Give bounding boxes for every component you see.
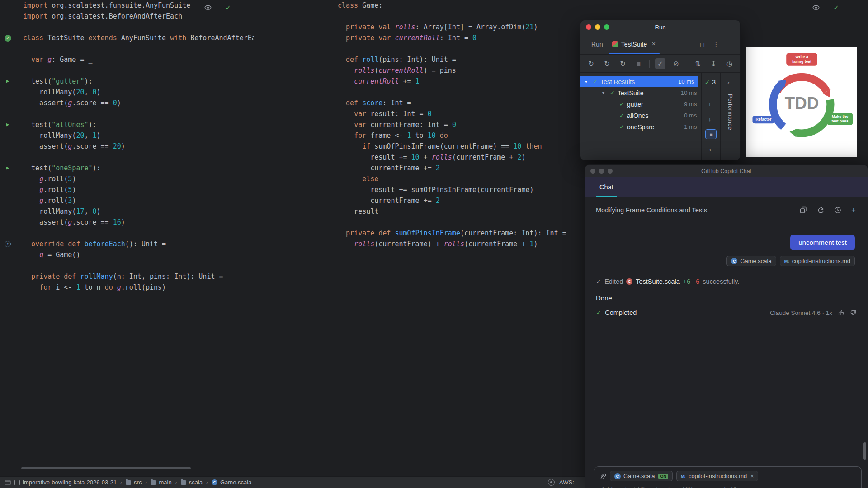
tab-run[interactable]: Run <box>587 34 608 54</box>
code-line: for i <- 1 to n do g.roll(pins) <box>0 282 253 293</box>
test-tree-row[interactable]: ▾✓Test Results10 ms <box>580 76 698 87</box>
close-window-button[interactable] <box>586 24 591 30</box>
chevron-down-icon[interactable]: ▾ <box>585 79 590 84</box>
assistant-message: Done. <box>585 285 868 302</box>
test-tree-row[interactable]: ✓allOnes0 ms <box>580 110 701 121</box>
window-titlebar[interactable]: Run <box>580 20 740 34</box>
breadcrumb-item[interactable]: CGame.scala <box>212 479 251 486</box>
collapse-icon[interactable]: ‹ <box>727 79 730 86</box>
code-line: import org.scalatest.BeforeAndAfterEach <box>0 11 253 22</box>
test-tree-row[interactable]: ✓gutter9 ms <box>580 99 701 110</box>
breadcrumb: imperative-bowling-kata-2026-03-21›src›m… <box>14 479 251 486</box>
code-line <box>0 228 253 239</box>
more-options-icon[interactable]: ⋮ <box>713 41 719 48</box>
breadcrumb-item[interactable]: scala <box>181 479 203 486</box>
code-line: private def rollMany(n: Int, pins: Int):… <box>0 271 253 282</box>
horizontal-scrollbar[interactable] <box>21 467 191 469</box>
thumbs-down-icon[interactable] <box>850 310 857 316</box>
scala-file-icon: C <box>212 479 217 485</box>
breadcrumb-item[interactable]: src <box>126 479 142 486</box>
tab-label: TestSuite <box>621 41 647 48</box>
check-icon: ✓ <box>596 278 601 285</box>
show-ignored-icon[interactable]: ⊘ <box>671 58 681 69</box>
context-chip[interactable]: CGame.scalaON <box>610 471 673 481</box>
inspection-eye-icon[interactable] <box>204 4 212 11</box>
sort-by-duration-icon[interactable]: ⇅ <box>693 58 703 69</box>
copy-thread-icon[interactable] <box>800 206 807 214</box>
scala-class-icon: C <box>614 473 621 479</box>
scala-test-file-icon: C <box>626 278 632 285</box>
tab-chat[interactable]: Chat <box>596 177 617 197</box>
next-test-icon[interactable]: ↓ <box>708 116 711 122</box>
show-passed-icon[interactable]: ✓ <box>655 58 665 69</box>
test-results-tree[interactable]: ▾✓Test Results10 ms▾✓TestSuite10 ms✓gutt… <box>580 73 701 160</box>
editor-pane-testsuite[interactable]: ✓ import org.scalatest.funsuite.AnyFunSu… <box>0 0 253 476</box>
dock-icon[interactable]: ◻ <box>699 41 705 48</box>
aws-status-label[interactable]: AWS: <box>559 479 574 486</box>
completed-check-icon: ✓ <box>596 309 601 316</box>
inspections-ok-icon[interactable]: ✓ <box>225 4 231 12</box>
breadcrumb-item[interactable]: imperative-bowling-kata-2026-03-21 <box>14 479 117 486</box>
context-chip[interactable]: CGame.scala <box>726 256 776 266</box>
chevron-down-icon[interactable]: ▾ <box>602 90 607 95</box>
attach-context-icon[interactable] <box>599 473 606 480</box>
test-tree-row[interactable]: ▾✓TestSuite10 ms <box>580 87 701 99</box>
test-config-icon <box>612 41 618 47</box>
hide-window-icon[interactable]: — <box>727 41 734 48</box>
inspections-ok-icon[interactable]: ✓ <box>833 4 839 12</box>
context-chip[interactable]: M↓copilot-instructions.md× <box>676 471 758 481</box>
tab-testsuite[interactable]: TestSuite ✕ <box>608 34 660 54</box>
import-results-icon[interactable]: ↧ <box>708 58 719 69</box>
breadcrumb-item[interactable]: main <box>151 479 171 486</box>
redo-icon[interactable] <box>817 206 824 214</box>
test-name: allOnes <box>627 112 648 119</box>
toolbar-separator <box>687 60 687 68</box>
run-test-icon[interactable]: ▶ <box>6 163 9 174</box>
rerun-failed-icon[interactable]: ↻ <box>602 58 612 69</box>
code-line: private val rolls: Array[Int] = Array.of… <box>254 22 868 33</box>
test-duration: 10 ms <box>681 89 701 96</box>
tests-passed-gutter-icon[interactable]: ✓ <box>5 35 11 42</box>
chip-label: Game.scala <box>623 473 655 479</box>
code-line: assert(g.score == 0) <box>0 98 253 108</box>
history-icon[interactable] <box>834 206 841 214</box>
test-tree-row[interactable]: ✓oneSpare1 ms <box>580 121 701 132</box>
close-window-button[interactable] <box>590 169 595 174</box>
chat-scrollbar[interactable] <box>863 442 866 460</box>
code-line: ↑ override def beforeEach(): Unit = <box>0 239 253 249</box>
status-right-icon[interactable] <box>548 479 555 486</box>
minimize-window-button[interactable] <box>595 24 600 30</box>
run-test-icon[interactable]: ▶ <box>6 76 9 87</box>
folder-icon <box>181 480 186 485</box>
previous-test-icon[interactable]: ↑ <box>708 100 711 107</box>
expand-icon[interactable]: › <box>709 145 711 153</box>
test-passed-icon: ✓ <box>593 78 598 85</box>
rerun-icon[interactable]: ↻ <box>586 58 596 69</box>
edited-file-link[interactable]: TestSuite.scala <box>636 278 680 285</box>
tab-performance[interactable]: Performance <box>727 94 734 130</box>
thumbs-up-icon[interactable] <box>838 310 844 316</box>
inspection-eye-icon[interactable] <box>812 4 820 11</box>
zoom-window-button[interactable] <box>608 169 613 174</box>
history-icon[interactable]: ◷ <box>724 58 735 69</box>
run-test-icon[interactable]: ▶ <box>6 119 9 130</box>
code-line <box>254 11 868 22</box>
window-titlebar[interactable]: GitHub Copilot Chat <box>585 165 868 177</box>
test-duration: 0 ms <box>684 112 701 119</box>
close-tab-icon[interactable]: ✕ <box>651 41 656 47</box>
chat-input[interactable]: Add context (#), extensions (@), command… <box>594 481 861 488</box>
breadcrumb-label: imperative-bowling-kata-2026-03-21 <box>23 479 117 486</box>
zoom-window-button[interactable] <box>604 24 609 30</box>
stop-icon[interactable]: ■ <box>633 58 644 69</box>
minimize-window-button[interactable] <box>599 169 604 174</box>
code-line <box>0 152 253 163</box>
coverage-rerun-icon[interactable]: ↻ <box>618 58 628 69</box>
override-icon[interactable]: ↑ <box>5 241 11 247</box>
chat-input-box[interactable]: CGame.scalaONM↓copilot-instructions.md× … <box>594 466 862 488</box>
code-area-testsuite[interactable]: import org.scalatest.funsuite.AnyFunSuit… <box>0 0 253 293</box>
context-chip[interactable]: M↓copilot-instructions.md <box>780 256 855 266</box>
new-chat-icon[interactable]: + <box>851 206 856 214</box>
show-inline-stats-toggle[interactable]: ≡ <box>705 129 717 139</box>
markdown-icon: M↓ <box>681 474 686 479</box>
close-icon[interactable]: × <box>750 473 754 479</box>
